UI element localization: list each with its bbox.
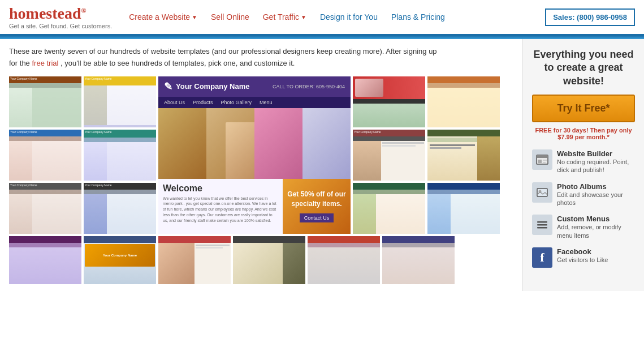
nav-design-label: Design it for You xyxy=(320,12,378,22)
sales-box: Sales: (800) 986-0958 xyxy=(545,8,635,26)
template-thumb-9[interactable]: Your Company Name xyxy=(353,130,425,181)
nav-design-for-you[interactable]: Design it for You xyxy=(320,12,378,22)
company-label-1: Your Company Name xyxy=(10,77,37,80)
template-thumb-2[interactable]: Your Company Name xyxy=(84,76,156,127)
feature-facebook: f Facebook Get visitors to Like xyxy=(532,247,635,268)
company-label-6: Your Company Name xyxy=(85,183,112,187)
template-thumb-7[interactable] xyxy=(353,76,425,127)
custom-menus-icon xyxy=(532,215,552,235)
nav-get-traffic-label: Get Traffic xyxy=(263,12,299,22)
nav-photo: Photo Gallery xyxy=(221,100,252,105)
company-label-3: Your Company Name xyxy=(10,130,37,134)
featured-welcome: Welcome xyxy=(163,183,278,194)
nav-plans-label: Plans & Pricing xyxy=(391,12,445,22)
free-trial-link[interactable]: free trial xyxy=(32,59,58,67)
custom-menus-text: Custom Menus Add, remove, or modify menu… xyxy=(557,215,635,239)
template-thumb-5[interactable]: Your Company Name xyxy=(9,183,81,234)
photo-albums-text: Photo Albums Edit and showcase your phot… xyxy=(557,182,635,207)
template-thumb-17[interactable] xyxy=(308,236,380,284)
template-row-1: Your Company Name Your Company Name xyxy=(9,76,513,234)
custom-menus-title: Custom Menus xyxy=(557,215,635,223)
svg-rect-3 xyxy=(543,160,547,161)
company-label-4: Your Company Name xyxy=(85,130,112,134)
template-thumb-14[interactable]: Your Company Name xyxy=(84,236,156,284)
facebook-desc: Get visitors to Like xyxy=(557,256,635,264)
chevron-down-icon: ▼ xyxy=(192,14,197,20)
logo-reg: ® xyxy=(81,7,87,15)
template-thumb-18[interactable] xyxy=(382,236,455,284)
template-col-left: Your Company Name Your Company Name xyxy=(9,76,81,234)
photo-albums-title: Photo Albums xyxy=(557,182,635,191)
nav-create-website[interactable]: Create a Website ▼ xyxy=(129,12,197,22)
logo[interactable]: homestead® xyxy=(9,5,112,23)
template-thumb-10[interactable] xyxy=(427,130,500,181)
template-thumb-8[interactable] xyxy=(427,76,500,127)
template-thumb-13[interactable] xyxy=(9,236,81,284)
template-col-4: Your Company Name xyxy=(353,76,425,234)
logo-name: homestead xyxy=(9,5,81,22)
nav-sell-online-label: Sell Online xyxy=(211,12,249,22)
svg-rect-9 xyxy=(537,227,547,229)
try-free-button[interactable]: Try It Free* xyxy=(532,95,635,122)
logo-area: homestead® Get a site. Get found. Get cu… xyxy=(9,5,112,29)
featured-company: Your Company Name xyxy=(176,82,250,91)
website-builder-title: Website Builder xyxy=(557,149,635,158)
website-builder-text: Website Builder No coding required. Poin… xyxy=(557,149,635,174)
template-thumb-16[interactable] xyxy=(233,236,305,284)
featured-body: We wanted to let you know that we offer … xyxy=(163,196,278,224)
nav-create-website-label: Create a Website xyxy=(129,12,190,22)
feature-custom-menus: Custom Menus Add, remove, or modify menu… xyxy=(532,215,635,239)
svg-rect-2 xyxy=(538,160,542,163)
company-label-9: Your Company Name xyxy=(354,130,381,134)
template-thumb-15[interactable] xyxy=(158,236,231,284)
feature-website-builder: Website Builder No coding required. Poin… xyxy=(532,149,635,174)
template-grid: Your Company Name Your Company Name xyxy=(9,76,513,284)
main-content: These are twenty seven of our hundreds o… xyxy=(0,39,644,291)
photo-albums-icon xyxy=(532,182,552,203)
sidebar: Everything you need to create a great we… xyxy=(522,39,644,291)
intro-text1: These are twenty seven of our hundreds o… xyxy=(9,47,437,55)
nav-menu: Menu xyxy=(260,100,273,105)
chevron-down-icon-2: ▼ xyxy=(301,14,306,20)
facebook-text: Facebook Get visitors to Like xyxy=(557,247,635,264)
template-col-5 xyxy=(427,76,500,234)
svg-rect-4 xyxy=(543,162,546,163)
sales-number: (800) 986-0958 xyxy=(577,13,627,22)
template-thumb-3[interactable]: Your Company Name xyxy=(9,130,81,181)
free-trial-note1: FREE for 30 days! xyxy=(535,127,588,134)
featured-promo: Get 50% off of our specialty items. xyxy=(287,190,346,209)
sales-label: Sales: xyxy=(553,13,574,22)
facebook-title: Facebook xyxy=(557,247,635,256)
template-thumb-1[interactable]: Your Company Name xyxy=(9,76,81,127)
website-builder-icon xyxy=(532,149,552,170)
nav-about: About Us xyxy=(164,100,185,105)
svg-rect-1 xyxy=(537,155,548,158)
template-col-2: Your Company Name Your Company Name xyxy=(84,76,156,234)
featured-contact[interactable]: Contact Us xyxy=(300,213,334,222)
free-trial-note: FREE for 30 days! Then pay only $7.99 pe… xyxy=(532,127,635,140)
template-thumb-6[interactable]: Your Company Name xyxy=(84,183,156,234)
template-thumb-11[interactable] xyxy=(353,183,425,234)
sidebar-features: Website Builder No coding required. Poin… xyxy=(532,149,635,268)
template-thumb-12[interactable] xyxy=(427,183,500,234)
svg-rect-5 xyxy=(537,189,547,196)
intro-text: These are twenty seven of our hundreds o… xyxy=(9,46,513,70)
photo-albums-desc: Edit and showcase your photos xyxy=(557,191,635,207)
intro-text3: , you'll be able to see hundreds of temp… xyxy=(60,59,295,67)
template-featured[interactable]: ✎ Your Company Name CALL TO ORDER: 605-9… xyxy=(158,76,351,234)
intro-text2: for the xyxy=(9,59,30,67)
nav-get-traffic[interactable]: Get Traffic ▼ xyxy=(263,12,306,22)
template-thumb-4[interactable]: Your Company Name xyxy=(84,130,156,181)
nav-plans-pricing[interactable]: Plans & Pricing xyxy=(391,12,445,22)
nav-sell-online[interactable]: Sell Online xyxy=(211,12,249,22)
featured-phone: CALL TO ORDER: 605-950-404 xyxy=(273,84,345,89)
company-label-5: Your Company Name xyxy=(10,183,37,187)
logo-tagline: Get a site. Get found. Get customers. xyxy=(9,23,112,29)
website-builder-desc: No coding required. Point, click and pub… xyxy=(557,158,635,174)
feature-photo-albums: Photo Albums Edit and showcase your phot… xyxy=(532,182,635,207)
header: homestead® Get a site. Get found. Get cu… xyxy=(0,0,644,36)
template-row-2: Your Company Name xyxy=(9,236,513,284)
custom-menus-desc: Add, remove, or modify menu items xyxy=(557,223,635,239)
company-label-2: Your Company Name xyxy=(85,77,112,80)
svg-rect-7 xyxy=(537,221,547,223)
